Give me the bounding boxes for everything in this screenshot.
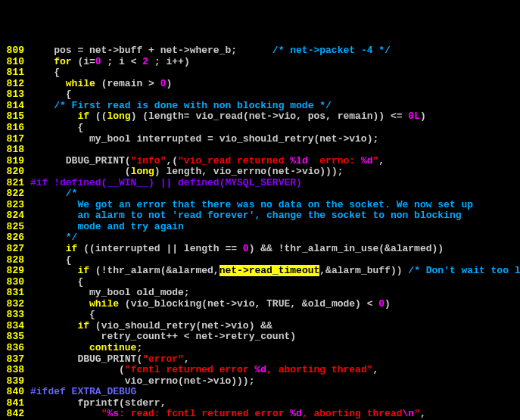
line-number: 827 [0,244,30,255]
code-token-string: , aborting thread [302,408,403,419]
code-token-text [30,188,66,199]
code-token-text [30,243,66,254]
line-number: 816 [0,123,30,134]
code-line: 829 if (!thr_alarm(&alarmed,net->read_ti… [0,266,520,277]
code-content: */ [30,232,520,244]
code-content [30,145,520,156]
code-token-text [30,100,54,111]
line-number: 831 [0,288,30,299]
code-line: 835 retry_count++ < net->retry_count) [0,331,520,343]
code-token-text: { [30,67,60,78]
code-token-text [30,298,89,310]
code-token-text: (vio_should_retry(net->vio) && [89,320,272,331]
code-token-comment: an alarm to not 'read forever', change t… [30,210,462,221]
code-token-keyword: long [107,110,130,122]
code-token-text: { [30,89,72,100]
code-token-comment: We got an error that there was no data o… [30,199,473,210]
code-line: 819 DBUG_PRINT("info",("vio_read returne… [0,156,520,167]
code-line: 833 { [0,310,520,321]
code-token-preprocessor: #if !defined(__WIN__) || defined(MYSQL_S… [30,177,302,188]
code-token-text [30,78,66,89]
line-number: 812 [0,79,30,90]
code-content: DBUG_PRINT("info",("vio_read returned %l… [30,156,520,167]
code-line: 832 while (vio_blocking(net->vio, TRUE, … [0,299,520,310]
line-number: 836 [0,343,30,354]
code-token-number: 0 [378,298,385,310]
line-number: 824 [0,210,30,222]
code-line: 830 { [0,277,520,288]
code-token-escape: %d [254,364,266,375]
code-line: 822 /* [0,188,520,200]
code-content: { [30,310,520,321]
line-number: 809 [0,45,30,57]
line-number: 830 [0,277,30,288]
code-token-text [30,56,54,67]
code-content: while (remain > 0) [30,79,520,90]
code-token-text: (!thr_alarm(&alarmed, [89,265,220,276]
code-token-keyword: if [77,265,89,276]
line-number: 839 [0,376,30,387]
code-line: 831 my_bool old_mode; [0,288,520,299]
code-line: 815 if ((long) (length= vio_read(net->vi… [0,111,520,123]
code-line: 824 an alarm to not 'read forever', chan… [0,210,520,222]
code-line: 814 /* First read is done with non block… [0,101,520,112]
code-token-keyword: if [77,110,89,122]
code-line: 839 vio_errno(net->vio))); [0,376,520,387]
code-line: 810 for (i=0 ; i < 2 ; i++) [0,57,520,68]
code-token-string: "vio_read returned [178,155,290,166]
code-token-text: , [378,155,385,166]
code-token-text: DBUG_PRINT( [30,353,142,365]
code-line: 826 */ [0,232,520,244]
code-content: if ((interrupted || length == 0) && !thr… [30,244,520,255]
code-line: 828 { [0,255,520,266]
code-editor[interactable]: 809 pos = net->buff + net->where_b; /* n… [0,45,520,420]
code-token-string: : read: fcntl returned error [119,408,290,419]
code-token-string: , aborting thread" [266,364,372,375]
code-token-text: ) (length= vio_read(net->vio, pos, remai… [131,110,409,122]
code-token-escape: \n [403,408,415,419]
code-content: "%s: read: fcntl returned error %d, abor… [30,409,520,420]
code-token-text: pos = net->buff + net->where_b; [30,45,272,56]
line-number: 823 [0,200,30,211]
line-number: 822 [0,188,30,200]
code-content: for (i=0 ; i < 2 ; i++) [30,57,520,68]
code-token-comment: /* net->packet -4 */ [272,45,391,56]
code-token-text: ; i++) [148,56,190,67]
line-number: 834 [0,321,30,332]
line-number: 820 [0,166,30,178]
code-line: 825 mode and try again [0,222,520,233]
code-content: { [30,123,520,134]
line-number: 818 [0,145,30,156]
code-token-text: { [30,276,83,288]
code-line: 817 my_bool interrupted = vio_should_ret… [0,134,520,145]
line-number: 825 [0,222,30,233]
code-token-text: (remain > [95,78,160,89]
code-token-text: fprintf(stderr, [30,397,166,409]
code-content: { [30,277,520,288]
code-content: my_bool old_mode; [30,288,520,299]
code-token-keyword: if [66,243,78,254]
code-content: retry_count++ < net->retry_count) [30,331,520,343]
code-content: We got an error that there was no data o… [30,200,520,211]
code-token-comment: */ [66,232,78,243]
code-token-text: (( [89,110,107,122]
code-token-text [30,110,77,122]
code-token-text: ; i < [101,56,143,67]
code-content: { [30,67,520,79]
code-token-text [30,320,77,331]
code-token-text: ) length, vio_errno(net->vio))); [154,166,344,177]
code-content: while (vio_blocking(net->vio, TRUE, &old… [30,299,520,310]
code-token-number: 0 [95,56,101,67]
code-content: (long) length, vio_errno(net->vio))); [30,166,520,178]
code-token-escape: %d [361,155,373,166]
code-token-keyword: long [131,166,154,177]
code-content: DBUG_PRINT("error", [30,354,520,366]
line-number: 811 [0,67,30,79]
line-number: 826 [0,232,30,244]
code-content: { [30,89,520,101]
code-token-preprocessor2: #ifdef EXTRA_DEBUG [30,386,136,397]
code-token-number: 2 [142,56,148,67]
code-content: ("fcntl returned error %d, aborting thre… [30,365,520,376]
code-token-escape: %ld [290,155,307,166]
line-number: 828 [0,255,30,266]
